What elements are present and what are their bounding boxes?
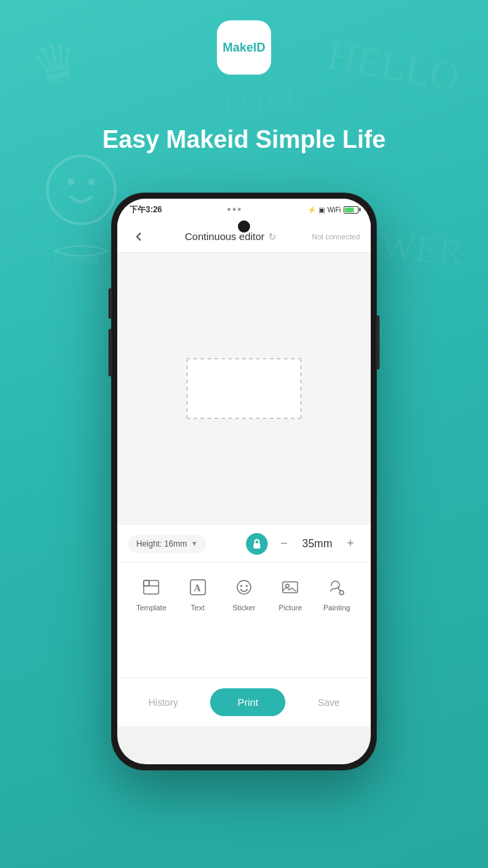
logo-box: MakeID [217, 20, 271, 75]
painting-icon [325, 575, 349, 599]
phone-screen: 下午3:26 ••• ⚡ ▣ WiFi Continuous editor ↻ [117, 199, 371, 764]
svg-point-2 [68, 178, 75, 185]
template-label: Template [136, 604, 167, 612]
svg-text:HELLO: HELLO [324, 33, 463, 100]
minus-button[interactable]: − [274, 534, 293, 553]
svg-rect-9 [144, 580, 159, 594]
template-icon [139, 575, 163, 599]
phone-btn-power [376, 315, 380, 370]
svg-point-17 [246, 585, 248, 587]
svg-text:LOVE: LOVE [222, 81, 306, 122]
status-icons: ⚡ ▣ WiFi [308, 206, 359, 214]
svg-text:BUY FISH: BUY FISH [54, 256, 98, 267]
text-label: Text [191, 604, 205, 612]
text-icon: A [186, 575, 210, 599]
sticker-icon [232, 575, 256, 599]
back-button[interactable] [128, 226, 150, 248]
phone-btn-volume-down [108, 329, 112, 376]
signal-icon: ▣ [319, 206, 325, 214]
history-button[interactable]: History [138, 692, 189, 713]
svg-point-1 [47, 156, 115, 224]
height-selector[interactable]: Height: 16mm ▼ [128, 535, 206, 553]
svg-point-20 [340, 591, 344, 595]
phone-btn-volume-up [108, 288, 112, 319]
svg-rect-10 [144, 580, 149, 586]
svg-text:WER: WER [379, 224, 465, 273]
status-dots: ••• [227, 203, 243, 216]
controls-bar: Height: 16mm ▼ − 35mm + [117, 524, 371, 562]
tool-text[interactable]: A Text [174, 575, 220, 612]
dropdown-icon[interactable]: ▼ [191, 540, 198, 547]
bottom-bar: History Print Save [117, 677, 371, 726]
svg-text:A: A [194, 583, 201, 593]
tool-template[interactable]: Template [128, 575, 174, 612]
tool-bar: Template A Text [117, 562, 371, 623]
svg-text:♛: ♛ [24, 28, 87, 100]
editor-title: Continuous editor [185, 231, 265, 242]
dimension-value: 35mm [300, 538, 334, 550]
svg-point-3 [88, 178, 95, 185]
logo-text: MakeID [222, 41, 265, 55]
label-canvas[interactable] [186, 358, 302, 419]
height-label: Height: 16mm [136, 539, 187, 549]
svg-rect-8 [253, 543, 260, 549]
battery-fill [345, 208, 354, 212]
logo-area: MakeID [217, 20, 271, 75]
plus-button[interactable]: + [341, 534, 360, 553]
tool-sticker[interactable]: Sticker [221, 575, 267, 612]
tool-picture[interactable]: Picture [267, 575, 313, 612]
status-bar: 下午3:26 ••• ⚡ ▣ WiFi [117, 199, 371, 220]
print-button[interactable]: Print [210, 688, 285, 716]
status-time: 下午3:26 [129, 204, 162, 216]
refresh-icon[interactable]: ↻ [268, 231, 277, 242]
wifi-icon: WiFi [327, 206, 341, 214]
bluetooth-icon: ⚡ [308, 206, 316, 214]
svg-point-16 [241, 585, 243, 587]
picture-label: Picture [279, 604, 302, 612]
canvas-area [117, 253, 371, 524]
picture-icon [278, 575, 302, 599]
front-camera [238, 220, 250, 233]
tool-painting[interactable]: Painting [314, 575, 360, 612]
connection-status: Not connected [312, 233, 360, 241]
save-button[interactable]: Save [307, 692, 350, 713]
painting-label: Painting [323, 604, 350, 612]
svg-point-15 [237, 580, 251, 594]
lock-button[interactable] [246, 533, 268, 555]
content-panel [117, 623, 371, 677]
phone-mockup: 下午3:26 ••• ⚡ ▣ WiFi Continuous editor ↻ [112, 193, 376, 770]
sticker-label: Sticker [232, 604, 256, 612]
nav-title: Continuous editor ↻ [150, 231, 312, 242]
app-tagline: Easy Makeid Simple Life [102, 125, 386, 154]
battery-icon [344, 206, 359, 214]
